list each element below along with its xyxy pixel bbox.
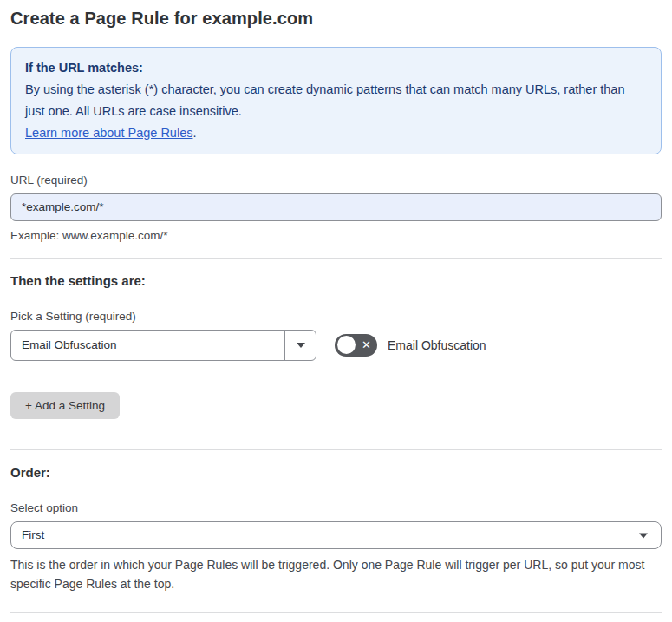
info-box-heading: If the URL matches:	[25, 57, 647, 79]
dropdown-caret-segment[interactable]	[284, 331, 316, 360]
divider	[10, 612, 662, 613]
page-title: Create a Page Rule for example.com	[10, 9, 662, 29]
chevron-down-icon	[639, 533, 648, 538]
info-box-link-line: Learn more about Page Rules.	[25, 122, 647, 144]
order-select-value: First	[22, 528, 44, 541]
link-suffix: .	[192, 126, 196, 140]
settings-section-heading: Then the settings are:	[10, 273, 662, 288]
email-obfuscation-toggle[interactable]: ✕	[335, 334, 377, 357]
url-field-label: URL (required)	[10, 174, 662, 187]
order-section-heading: Order:	[10, 465, 662, 480]
order-help-text: This is the order in which your Page Rul…	[10, 555, 656, 594]
order-select-dropdown[interactable]: First	[10, 521, 662, 549]
setting-picker-value: Email Obfuscation	[11, 331, 284, 360]
add-setting-button[interactable]: + Add a Setting	[10, 392, 120, 419]
url-input[interactable]	[10, 193, 662, 221]
setting-picker-dropdown[interactable]: Email Obfuscation	[10, 330, 316, 361]
chevron-down-icon	[297, 343, 305, 348]
setting-row: Email Obfuscation ✕ Email Obfuscation	[10, 330, 662, 361]
toggle-off-x-icon: ✕	[362, 339, 371, 350]
toggle-knob	[337, 336, 356, 354]
order-select-label: Select option	[10, 501, 662, 514]
learn-more-link[interactable]: Learn more about Page Rules	[25, 126, 192, 140]
info-box-body: By using the asterisk (*) character, you…	[25, 79, 647, 122]
toggle-label: Email Obfuscation	[388, 338, 486, 352]
divider	[10, 258, 662, 259]
setting-picker-label: Pick a Setting (required)	[10, 310, 662, 323]
divider	[10, 449, 662, 450]
url-match-info-box: If the URL matches: By using the asteris…	[10, 47, 662, 154]
url-example-text: Example: www.example.com/*	[10, 229, 662, 242]
